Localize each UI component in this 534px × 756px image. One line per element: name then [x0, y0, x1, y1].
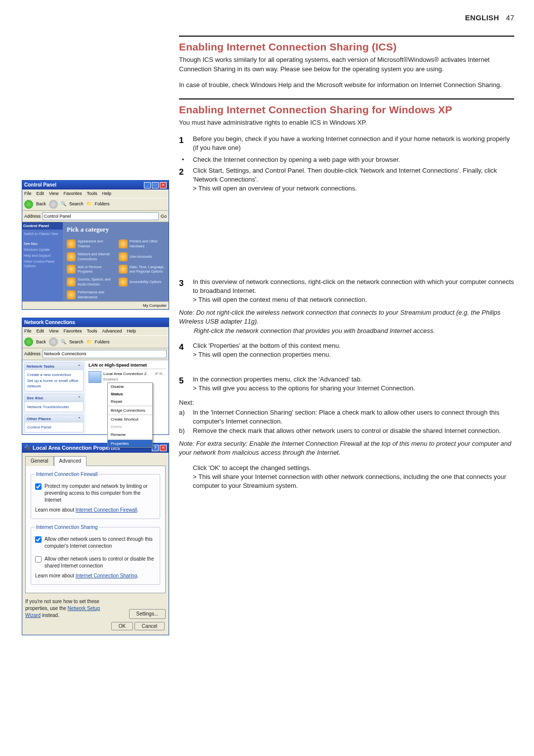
paragraph: In case of trouble, check Windows Help a…	[179, 81, 514, 90]
checkbox-allow-control	[35, 556, 42, 563]
menu-bar: FileEditViewFavoritesToolsHelp	[22, 189, 169, 198]
substep-b: Remove the check mark that allows other …	[193, 426, 501, 435]
step-2: Click Start, Settings, and Control Panel…	[193, 166, 514, 193]
collapse-icon: ⌃	[78, 395, 81, 401]
help-icon: ?	[152, 445, 159, 451]
screenshot-connection-properties: 🔌 Local Area Connection Properties ?× Ge…	[22, 443, 169, 635]
page-header: ENGLISH47	[22, 12, 514, 23]
link-ics-help: Internet Connection Sharing	[76, 573, 137, 578]
pick-category-heading: Pick a category	[67, 225, 165, 234]
window-title: Network Connections	[24, 319, 75, 326]
section-heading-ics: Enabling Internet Connection Sharing (IC…	[179, 40, 514, 54]
checkbox-allow-connect	[35, 536, 42, 543]
language-label: ENGLISH	[465, 13, 499, 22]
step-5: In the connection properties menu, click…	[193, 375, 415, 393]
click-ok: Click 'OK' to accept the changed setting…	[193, 464, 514, 491]
paragraph: Though ICS works similarly for all opera…	[179, 55, 514, 73]
close-icon: ×	[160, 182, 167, 189]
step-3: In this overview of network connections,…	[193, 278, 514, 305]
screenshot-network-connections: Network Connections FileEditViewFavorite…	[22, 318, 169, 434]
settings-button: Settings...	[129, 609, 166, 619]
toolbar: Back 🔍Search 📁Folders	[22, 198, 169, 211]
section-heading-xp: Enabling Internet Connection Sharing for…	[179, 102, 514, 117]
tab-advanced: Advanced	[54, 456, 87, 466]
forward-icon	[49, 200, 58, 209]
link-firewall-help: Internet Connection Firewall	[76, 507, 137, 513]
ok-button: OK	[111, 622, 133, 630]
main-text: Enabling Internet Connection Sharing (IC…	[179, 36, 514, 635]
step-4: Click 'Properties' at the bottom of this…	[193, 341, 341, 359]
note-security: Note: For extra security: Enable the Int…	[179, 439, 514, 457]
connection-icon	[89, 371, 101, 383]
window-title: Control Panel	[24, 182, 56, 189]
bullet-check-connection: Check the Internet connection by opening…	[193, 155, 400, 164]
maximize-icon: □	[152, 182, 159, 189]
back-icon	[24, 200, 33, 209]
tab-general: General	[25, 456, 54, 466]
paragraph: You must have administrative rights to e…	[179, 118, 514, 127]
page-number: 47	[506, 13, 514, 22]
back-icon	[24, 337, 33, 346]
context-menu: Disable Status Repair Bridge Connections…	[107, 382, 153, 448]
menu-bar: FileEditViewFavoritesToolsAdvancedHelp	[22, 327, 169, 335]
step-1: Before you begin, check if you have a wo…	[193, 135, 514, 152]
context-menu-properties: Properties	[108, 440, 152, 447]
address-input: Control Panel	[43, 212, 159, 221]
next-label: Next:	[179, 398, 514, 407]
collapse-icon: ⌃	[78, 416, 81, 422]
collapse-icon: ⌃	[78, 364, 81, 369]
close-icon: ×	[160, 445, 167, 451]
minimize-icon: _	[144, 182, 151, 189]
forward-icon	[49, 337, 58, 346]
substep-a: In the 'Internet Connection Sharing' sec…	[193, 408, 514, 426]
screenshot-control-panel: Control Panel _□× FileEditViewFavoritesT…	[22, 180, 169, 310]
cancel-button: Cancel	[134, 622, 165, 630]
note-wireless: Note: Do not right-click the wireless ne…	[179, 308, 514, 335]
checkbox-firewall	[35, 483, 42, 490]
window-buttons: _□×	[144, 182, 167, 189]
